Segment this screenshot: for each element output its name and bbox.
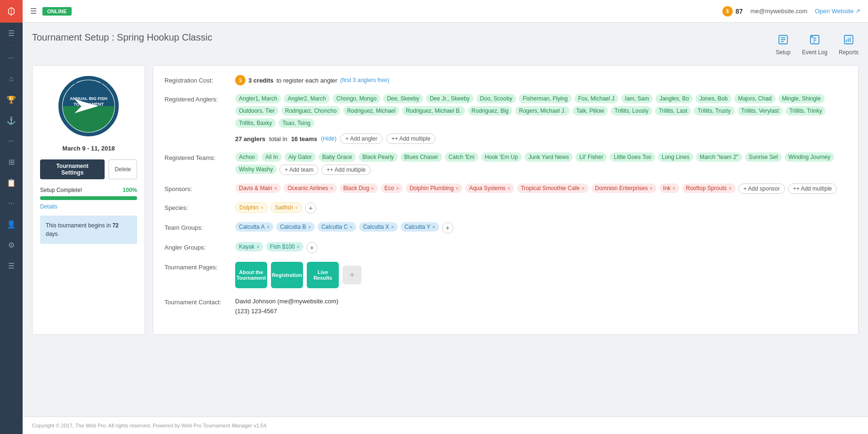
sponsor-remove-icon[interactable]: × <box>729 185 731 191</box>
team-group-remove-icon[interactable]: × <box>308 224 311 230</box>
sidebar-item-trophy[interactable]: 🏆 <box>0 89 23 110</box>
team-tag: Junk Yard News <box>524 152 573 162</box>
team-groups-label: Team Groups: <box>164 222 235 231</box>
add-page-button[interactable]: + <box>343 266 361 284</box>
angler-tag: Outdoors, Tier <box>235 106 278 116</box>
reg-cost-free: (first 3 anglers free) <box>340 77 389 83</box>
sidebar-item-user[interactable]: 👤 <box>0 214 23 234</box>
reg-cost-text: $ 3 credits to register each angler (fir… <box>235 75 389 85</box>
registered-teams-value: AchooAll InAly GatorBaby GraceBlack Pear… <box>235 152 847 175</box>
add-sponsor-button[interactable]: + Add sponsor <box>738 184 785 194</box>
setup-action[interactable]: Setup <box>776 32 791 56</box>
add-team-button[interactable]: + Add team <box>279 165 319 175</box>
sidebar-item-list[interactable]: ☰ <box>0 255 23 276</box>
sidebar-item-settings[interactable]: ⚙ <box>0 234 23 255</box>
credits-count: 87 <box>736 8 743 15</box>
main-area: ☰ ONLINE $ 87 me@mywebsite.com Open Webs… <box>23 0 868 434</box>
tournament-pages-value: About the TournamentRegistrationLive Res… <box>235 262 847 288</box>
tournament-pages-row: Tournament Pages: About the TournamentRe… <box>164 262 847 288</box>
team-group-remove-icon[interactable]: × <box>391 224 394 230</box>
event-log-action[interactable]: Event Log <box>802 32 827 56</box>
angler-groups-row: Angler Groups: Kayak ×Fish $100 ×+ <box>164 242 847 253</box>
species-remove-icon[interactable]: × <box>295 205 298 210</box>
sponsor-remove-icon[interactable]: × <box>456 185 459 191</box>
delete-button[interactable]: Delete <box>108 159 137 179</box>
team-tag: Winding Journey <box>785 152 834 162</box>
tournament-page-tile[interactable]: Registration <box>271 262 303 288</box>
team-tag: Achoo <box>235 152 259 162</box>
add-team-group-button[interactable]: + <box>442 222 453 234</box>
anglers-count-num: 27 anglers <box>235 135 265 142</box>
svg-text:TOURNAMENT: TOURNAMENT <box>74 102 104 107</box>
svg-text:SINCE 1950: SINCE 1950 <box>74 82 103 87</box>
angler-group-remove-icon[interactable]: × <box>256 244 259 250</box>
add-species-button[interactable]: + <box>305 202 316 214</box>
pages-row: About the TournamentRegistrationLive Res… <box>235 262 361 288</box>
sidebar-logo <box>0 0 23 23</box>
setup-percent: 100% <box>123 187 137 193</box>
sponsor-remove-icon[interactable]: × <box>672 185 675 191</box>
angler-tag: Trillits, Trusty <box>694 106 734 116</box>
info-box-days: 72 <box>112 222 118 229</box>
sponsor-remove-icon[interactable]: × <box>396 185 399 191</box>
angler-tag: Jangles, Bo <box>655 94 693 103</box>
tournament-page-tile[interactable]: About the Tournament <box>235 262 267 288</box>
sidebar-item-clipboard[interactable]: 📋 <box>0 172 23 193</box>
species-label: Species: <box>164 202 235 211</box>
angler-groups-label: Angler Groups: <box>164 242 235 251</box>
sponsor-remove-icon[interactable]: × <box>330 185 333 191</box>
topbar-open-website[interactable]: Open Website ↗ <box>815 8 860 15</box>
team-group-remove-icon[interactable]: × <box>432 224 435 230</box>
reg-cost-row: Registration Cost: $ 3 credits to regist… <box>164 75 847 85</box>
team-tag: All In <box>262 152 282 162</box>
hide-link[interactable]: (Hide) <box>321 135 336 142</box>
sponsor-tag: Rooftop Sprouts × <box>682 184 736 193</box>
sidebar-item-menu[interactable]: ☰ <box>0 23 23 43</box>
sponsor-remove-icon[interactable]: × <box>274 185 277 191</box>
sidebar-item-anchor[interactable]: ⚓ <box>0 110 23 131</box>
registered-teams-label: Registered Teams: <box>164 152 235 161</box>
team-group-remove-icon[interactable]: × <box>350 224 352 230</box>
setup-complete-text: Setup Complete! <box>40 187 82 193</box>
topbar-menu-icon[interactable]: ☰ <box>30 7 37 16</box>
details-link[interactable]: Details <box>40 203 57 210</box>
team-group-tag: Calcutta B × <box>276 222 315 232</box>
sidebar: ☰ ··· ⌂ 🏆 ⚓ ··· ⊞ 📋 ··· 👤 ⚙ ☰ <box>0 0 23 434</box>
sidebar-item-home[interactable]: ⌂ <box>0 68 23 89</box>
species-tag: Dolphin × <box>235 202 268 213</box>
sponsors-value: Davis & Main ×Oceanic Airlines ×Black Do… <box>235 184 847 194</box>
angler-group-remove-icon[interactable]: × <box>297 244 300 250</box>
setup-icon <box>776 32 791 47</box>
tournament-settings-button[interactable]: Tournament Settings <box>40 159 105 179</box>
species-remove-icon[interactable]: × <box>261 205 263 210</box>
add-sponsor-multiple-button[interactable]: ++ Add multiple <box>788 184 837 194</box>
sponsor-remove-icon[interactable]: × <box>508 185 510 191</box>
team-tag: Little Goes Too <box>610 152 655 162</box>
footer: Copyright © 2017, The Web Pro. All right… <box>23 417 868 434</box>
add-angler-button[interactable]: + Add angler <box>340 134 383 144</box>
team-tag: Wishy Washy <box>235 165 277 174</box>
topbar-email[interactable]: me@mywebsite.com <box>750 8 807 15</box>
angler-group-tag: Kayak × <box>235 242 263 251</box>
reg-cost-credits: 3 credits <box>248 77 273 84</box>
angler-tag: Tsao, Tsing <box>278 118 314 128</box>
svg-rect-10 <box>844 35 853 44</box>
sponsor-tag: Domnion Enterprises × <box>591 184 657 193</box>
sidebar-item-dots3: ··· <box>0 193 23 214</box>
sponsor-remove-icon[interactable]: × <box>650 185 653 191</box>
sponsor-remove-icon[interactable]: × <box>371 185 374 191</box>
sidebar-item-dots1: ··· <box>0 48 23 68</box>
angler-tag: Trillits, Last <box>655 106 691 116</box>
add-angler-group-button[interactable]: + <box>306 242 318 253</box>
sponsor-remove-icon[interactable]: × <box>581 185 584 191</box>
reports-action[interactable]: Reports <box>839 32 859 56</box>
tournament-page-tile[interactable]: Live Results <box>307 262 339 288</box>
add-multiple-anglers-button[interactable]: ++ Add multiple <box>386 134 436 144</box>
team-tag: Catch 'Em <box>445 152 478 162</box>
tournament-contact-row: Tournament Contact: David Johnson (me@my… <box>164 297 847 317</box>
team-group-remove-icon[interactable]: × <box>267 224 270 230</box>
sidebar-item-layers[interactable]: ⊞ <box>0 151 23 172</box>
angler-tag: Angler2, March <box>284 94 329 103</box>
team-tag: Aly Gator <box>285 152 316 162</box>
add-team-multiple-button[interactable]: ++ Add multiple <box>321 165 371 175</box>
